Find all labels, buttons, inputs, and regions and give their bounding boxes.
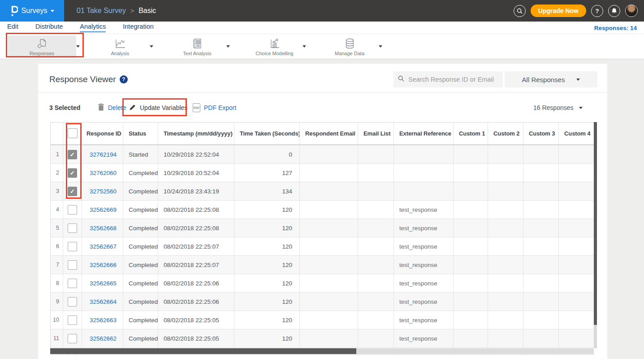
- text-analysis-icon: [191, 38, 203, 49]
- response-id-link[interactable]: 32762194: [82, 145, 123, 163]
- divider: [38, 92, 607, 93]
- delete-button[interactable]: Delete: [98, 98, 126, 118]
- cell-email_list: [358, 182, 394, 200]
- cell-email_list: [358, 219, 394, 237]
- row-checkbox[interactable]: [68, 223, 77, 233]
- response-id-link[interactable]: 32562663: [82, 311, 123, 329]
- viewer-help-icon[interactable]: ?: [120, 75, 128, 83]
- row-checkbox[interactable]: [68, 205, 77, 215]
- row-checkbox[interactable]: ✓: [68, 187, 77, 196]
- cell-custom4: [559, 293, 593, 311]
- responses-dropdown-caret[interactable]: [76, 45, 80, 48]
- cell-custom2: [488, 164, 523, 182]
- column-header-time_taken[interactable]: Time Taken (Seconds)⇅: [234, 123, 300, 144]
- column-header-custom2: Custom 2: [488, 123, 523, 144]
- cell-external_reference: test_response: [394, 256, 454, 274]
- response-id-link[interactable]: 32562666: [82, 256, 123, 274]
- row-checkbox[interactable]: [68, 279, 77, 288]
- cell-respondent_email: [300, 256, 358, 274]
- horizontal-scrollbar[interactable]: [50, 348, 594, 354]
- tab-edit[interactable]: Edit: [7, 23, 18, 32]
- cell-timestamp: 08/02/2018 22:25:06: [158, 293, 234, 311]
- response-id-link[interactable]: 32562665: [82, 274, 123, 292]
- cell-num: 4: [51, 201, 63, 219]
- update-variables-label: Update Variables: [140, 104, 187, 111]
- cell-custom4: [559, 237, 593, 255]
- cell-external_reference: test_response: [394, 311, 454, 329]
- cell-time_taken: 120: [234, 274, 300, 292]
- response-id-link[interactable]: 32762060: [82, 164, 123, 182]
- vertical-scrollbar[interactable]: [594, 122, 597, 348]
- row-checkbox[interactable]: [68, 260, 77, 270]
- responses-icon: [36, 38, 48, 49]
- toolbar-text-analysis-label: Text Analysis: [183, 51, 212, 56]
- response-search[interactable]: [393, 71, 503, 88]
- response-id-link[interactable]: 32562667: [82, 237, 123, 255]
- cell-email_list: [358, 201, 394, 219]
- column-label: Custom 3: [529, 130, 555, 137]
- top-bar: Surveys 01 Take Survey > Basic Upgrade N…: [0, 0, 644, 22]
- choice-modelling-icon: [268, 38, 281, 49]
- cell-time_taken: 0: [234, 145, 300, 163]
- cell-custom3: [523, 329, 559, 347]
- cell-respondent_email: [300, 182, 358, 200]
- help-button[interactable]: ?: [591, 5, 603, 17]
- cell-num: 8: [51, 274, 63, 292]
- column-header-id[interactable]: Response ID⇅: [82, 123, 123, 144]
- response-id-link[interactable]: 32562662: [82, 329, 123, 347]
- horizontal-scrollbar-thumb[interactable]: [50, 348, 356, 354]
- toolbar-responses-button[interactable]: Responses: [8, 35, 76, 58]
- response-id-link[interactable]: 32562664: [82, 293, 123, 311]
- cell-timestamp: 10/29/2018 22:52:04: [158, 145, 234, 163]
- row-checkbox[interactable]: ✓: [68, 168, 77, 178]
- product-switcher[interactable]: Surveys: [0, 0, 64, 22]
- column-label: Custom 4: [564, 130, 590, 137]
- cell-custom4: [559, 145, 593, 163]
- response-id-link[interactable]: 32752560: [82, 182, 123, 200]
- cell-respondent_email: [300, 329, 358, 347]
- cell-custom2: [488, 201, 523, 219]
- toolbar-text-analysis-button[interactable]: Text Analysis: [166, 35, 229, 58]
- toolbar-choice-modelling-button[interactable]: Choice Modelling: [242, 35, 307, 58]
- cell-status: Completed: [123, 219, 158, 237]
- upgrade-now-button[interactable]: Upgrade Now: [531, 4, 586, 17]
- breadcrumb-survey-link[interactable]: 01 Take Survey: [77, 7, 126, 15]
- cell-email_list: [358, 293, 394, 311]
- toolbar-analysis-button[interactable]: Analysis: [89, 35, 151, 58]
- analysis-dropdown-caret[interactable]: [150, 45, 153, 48]
- bulk-action-bar: 3 Selected Delete Update Variables PDF P…: [38, 98, 607, 118]
- responses-per-page-dropdown[interactable]: 16 Responses: [533, 98, 583, 118]
- search-icon[interactable]: [514, 5, 526, 17]
- cell-external_reference: test_response: [394, 237, 454, 255]
- row-checkbox[interactable]: [68, 297, 77, 306]
- select-all-checkbox[interactable]: [68, 128, 78, 138]
- cell-external_reference: test_response: [394, 201, 454, 219]
- choice-modelling-dropdown-caret[interactable]: [303, 45, 306, 48]
- manage-data-dropdown-caret[interactable]: [379, 45, 382, 48]
- row-checkbox[interactable]: [68, 334, 77, 343]
- cell-custom3: [523, 311, 559, 329]
- update-variables-button[interactable]: Update Variables: [129, 98, 187, 118]
- cell-custom2: [488, 237, 523, 255]
- cell-respondent_email: [300, 201, 358, 219]
- tab-integration[interactable]: Integration: [123, 23, 154, 32]
- row-checkbox[interactable]: [68, 242, 77, 251]
- tab-analytics[interactable]: Analytics: [80, 23, 106, 32]
- pdf-export-button[interactable]: PDF PDF Export: [193, 98, 236, 118]
- row-checkbox[interactable]: [68, 315, 77, 325]
- cell-custom1: [454, 145, 488, 163]
- toolbar-manage-data-button[interactable]: Manage Data: [318, 35, 381, 58]
- column-header-timestamp[interactable]: Timestamp (mm/dd/yyyy)⇅: [158, 123, 234, 144]
- text-analysis-dropdown-caret[interactable]: [226, 45, 230, 48]
- tab-distribute[interactable]: Distribute: [35, 23, 63, 32]
- response-id-link[interactable]: 32562669: [82, 201, 123, 219]
- row-checkbox[interactable]: ✓: [68, 150, 77, 159]
- response-filter-dropdown[interactable]: All Responses: [505, 71, 597, 88]
- response-id-link[interactable]: 32562668: [82, 219, 123, 237]
- delete-label: Delete: [108, 104, 126, 111]
- search-input[interactable]: [407, 75, 498, 83]
- vertical-scrollbar-thumb[interactable]: [594, 122, 597, 325]
- cell-respondent_email: [300, 311, 358, 329]
- user-avatar[interactable]: [625, 4, 638, 17]
- notifications-button[interactable]: [608, 5, 620, 17]
